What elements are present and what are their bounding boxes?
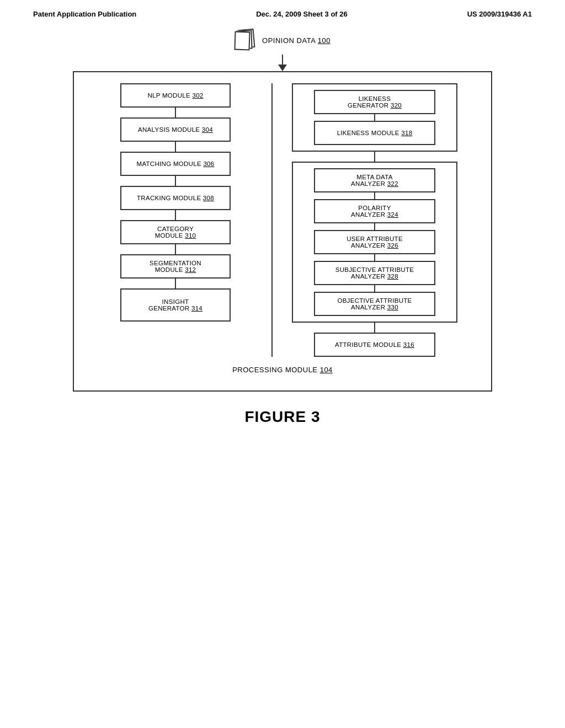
header-right: US 2009/319436 A1 [467, 10, 532, 18]
inner-layout: NLP MODULE 302 ANALYSIS MODULE 304 MATCH… [85, 83, 480, 357]
likeness-outer-box: LIKENESSGENERATOR 320 LIKENESS MODULE 31… [292, 83, 457, 152]
matching-module-label: MATCHING MODULE 306 [137, 160, 215, 167]
category-module-label: CATEGORYMODULE 310 [155, 226, 196, 239]
tracking-module-label: TRACKING MODULE 308 [137, 195, 214, 201]
patent-page: Patent Application Publication Dec. 24, … [0, 0, 565, 426]
subjective-attribute-analyzer-box: SUBJECTIVE ATTRIBUTEANALYZER 328 [314, 261, 435, 285]
header-center: Dec. 24, 2009 Sheet 3 of 26 [256, 10, 347, 18]
metadata-analyzer-label: META DATAANALYZER 322 [351, 174, 398, 187]
subjective-attribute-analyzer-label: SUBJECTIVE ATTRIBUTEANALYZER 328 [335, 266, 414, 280]
connector-subjattr-objattr [374, 285, 375, 292]
insight-generator-label: INSIGHTGENERATOR 314 [148, 298, 202, 312]
analysis-module-label: ANALYSIS MODULE 304 [138, 126, 213, 133]
opinion-data-section: OPINION DATA 100 [234, 29, 331, 71]
left-column: NLP MODULE 302 ANALYSIS MODULE 304 MATCH… [85, 83, 273, 357]
connector-meta-polarity [374, 192, 375, 199]
segmentation-module-label: SEGMENTATIONMODULE 312 [150, 260, 201, 273]
connector-tracking-category [175, 210, 176, 220]
segmentation-module-box: SEGMENTATIONMODULE 312 [120, 254, 231, 279]
connector-analysis-matching [175, 142, 176, 152]
patent-header: Patent Application Publication Dec. 24, … [0, 0, 565, 24]
connector-userattr-subjattr [374, 254, 375, 261]
nlp-module-box: NLP MODULE 302 [120, 83, 231, 108]
arrow-head [278, 65, 287, 71]
pages-icon [234, 29, 257, 51]
diagram-area: OPINION DATA 100 NLP MODULE 302 [0, 24, 565, 392]
connector-likeness-right-lower [374, 152, 375, 162]
polarity-analyzer-box: POLARITYANALYZER 324 [314, 199, 435, 223]
nlp-module-label: NLP MODULE 302 [147, 92, 203, 99]
objective-attribute-analyzer-label: OBJECTIVE ATTRIBUTEANALYZER 330 [337, 297, 412, 311]
figure-label: FIGURE 3 [0, 408, 565, 426]
right-column: LIKENESSGENERATOR 320 LIKENESS MODULE 31… [273, 83, 471, 357]
opinion-data-label: OPINION DATA 100 [262, 36, 331, 45]
likeness-generator-box: LIKENESSGENERATOR 320 [314, 90, 435, 114]
likeness-generator-label: LIKENESSGENERATOR 320 [348, 95, 402, 109]
likeness-module-box: LIKENESS MODULE 318 [314, 121, 435, 145]
connector-segmentation-insight [175, 279, 176, 288]
user-attribute-analyzer-label: USER ATTRIBUTEANALYZER 326 [347, 235, 403, 249]
connector-category-segmentation [175, 244, 176, 254]
metadata-analyzer-box: META DATAANALYZER 322 [314, 168, 435, 192]
connector-nlp-analysis [175, 108, 176, 117]
polarity-analyzer-label: POLARITYANALYZER 324 [351, 205, 398, 218]
connector-lg-lm [374, 114, 375, 121]
tracking-module-box: TRACKING MODULE 308 [120, 186, 231, 210]
opinion-data-row: OPINION DATA 100 [234, 29, 331, 51]
user-attribute-analyzer-box: USER ATTRIBUTEANALYZER 326 [314, 230, 435, 254]
processing-module-label: PROCESSING MODULE 104 [85, 366, 480, 374]
objective-attribute-analyzer-box: OBJECTIVE ATTRIBUTEANALYZER 330 [314, 292, 435, 316]
connector-polarity-userattr [374, 223, 375, 230]
header-left: Patent Application Publication [33, 10, 136, 18]
connector-matching-tracking [175, 176, 176, 186]
outer-processing-box: NLP MODULE 302 ANALYSIS MODULE 304 MATCH… [73, 71, 492, 392]
attribute-module-box: ATTRIBUTE MODULE 316 [314, 333, 435, 357]
connector-inner-attr [374, 323, 375, 333]
insight-generator-box: INSIGHTGENERATOR 314 [120, 288, 231, 322]
matching-module-box: MATCHING MODULE 306 [120, 152, 231, 176]
category-module-box: CATEGORYMODULE 310 [120, 220, 231, 244]
attribute-module-label: ATTRIBUTE MODULE 316 [335, 341, 414, 348]
analysis-module-box: ANALYSIS MODULE 304 [120, 117, 231, 142]
arrow-line [282, 55, 283, 65]
right-inner-box: META DATAANALYZER 322 POLARITYANALYZER 3… [292, 162, 457, 323]
arrow-top [278, 55, 287, 71]
likeness-module-label: LIKENESS MODULE 318 [337, 130, 413, 136]
page-icon-3 [234, 31, 250, 51]
